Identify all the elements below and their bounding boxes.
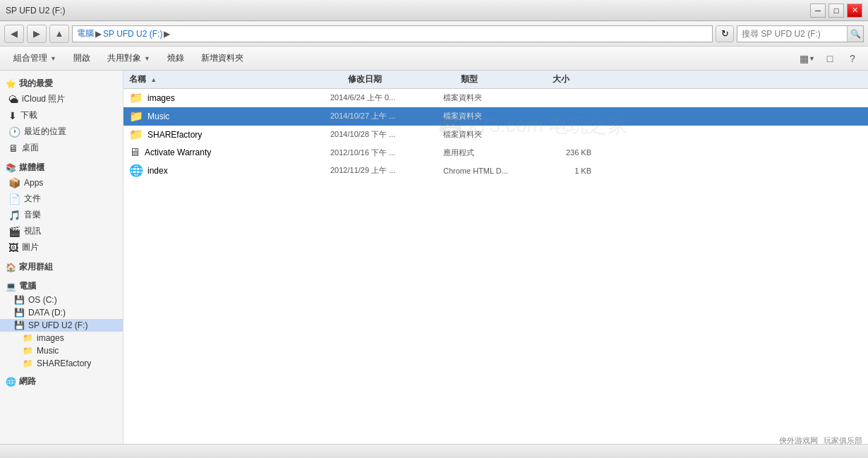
sidebar-item-sharefactory-folder[interactable]: 📁 SHAREfactory <box>0 357 123 370</box>
folder-icon-images: 📁 <box>129 91 143 104</box>
file-size-index: 1 KB <box>535 167 591 175</box>
file-row-sharefactory[interactable]: 📁 SHAREfactory 2014/10/28 下午 ... 檔案資料夾 <box>123 126 868 144</box>
datadrive-icon: 💾 <box>14 308 25 318</box>
sidebar-item-icloud[interactable]: 🌥 iCloud 照片 <box>0 91 123 107</box>
file-size-activate-warranty: 236 KB <box>535 148 591 157</box>
maximize-button[interactable]: □ <box>828 4 844 18</box>
file-row-music[interactable]: 📁 Music 2014/10/27 上午 ... 檔案資料夾 <box>123 107 868 126</box>
up-button[interactable]: ▲ <box>49 25 69 43</box>
column-headers: 名稱 ▲ 修改日期 類型 大小 <box>123 71 868 89</box>
toolbar: 組合管理 ▼ 開啟 共用對象 ▼ 燒錄 新增資料夾 ▦ ▼ □ ? <box>0 47 868 71</box>
layout-button[interactable]: □ <box>820 49 840 68</box>
file-row-images[interactable]: 📁 images 2014/6/24 上午 0... 檔案資料夾 <box>123 89 868 107</box>
search-box[interactable]: 🔍 <box>737 25 864 42</box>
file-type-images: 檔案資料夾 <box>443 92 535 103</box>
file-name-sharefactory: 📁 SHAREfactory <box>129 128 330 141</box>
sidebar-item-ufdrive[interactable]: 💾 SP UFD U2 (F:) <box>0 319 123 332</box>
toolbar-right: ▦ ▼ □ ? <box>797 49 862 68</box>
address-path[interactable]: 電腦 ▶ SP UFD U2 (F:) ▶ <box>72 25 713 42</box>
network-header[interactable]: 🌐 網路 <box>0 373 123 389</box>
sidebar-item-music-folder[interactable]: 📁 Music <box>0 344 123 357</box>
pictures-icon: 🖼 <box>8 242 18 253</box>
music-folder-icon: 📁 <box>23 346 33 356</box>
sidebar-item-video[interactable]: 🎬 視訊 <box>0 223 123 239</box>
file-type-sharefactory: 檔案資料夾 <box>443 129 535 140</box>
sidebar-item-recent[interactable]: 🕐 最近的位置 <box>0 123 123 140</box>
file-type-music: 檔案資料夾 <box>443 111 535 121</box>
forward-button[interactable]: ▶ <box>27 25 47 43</box>
sidebar-item-desktop[interactable]: 🖥 桌面 <box>0 140 123 156</box>
folder-icon-music: 📁 <box>129 109 143 123</box>
osdrive-icon: 💾 <box>14 295 25 305</box>
search-input[interactable] <box>737 26 847 42</box>
network-section: 🌐 網路 <box>0 373 123 389</box>
sidebar-item-osdrive[interactable]: 💾 OS (C:) <box>0 294 123 306</box>
file-name-images: 📁 images <box>129 91 330 104</box>
file-row-activate-warranty[interactable]: 🖥 Activate Warranty 2012/10/16 下午 ... 應用… <box>123 144 868 162</box>
video-icon: 🎬 <box>8 226 20 237</box>
content-wrapper: 名稱 ▲ 修改日期 類型 大小 📁 images 201 <box>123 71 868 180</box>
close-button[interactable]: ✕ <box>847 4 862 18</box>
share-chevron: ▼ <box>144 55 150 62</box>
homegroup-section: 🏠 家用群組 <box>0 258 123 275</box>
view-chevron: ▼ <box>809 55 815 62</box>
sidebar-item-music[interactable]: 🎵 音樂 <box>0 207 123 223</box>
media-header[interactable]: 📚 媒體櫃 <box>0 159 123 175</box>
address-bar: ◀ ▶ ▲ 電腦 ▶ SP UFD U2 (F:) ▶ ↻ 🔍 <box>0 21 868 47</box>
favorites-header[interactable]: ⭐ 我的最愛 <box>0 75 123 91</box>
refresh-button[interactable]: ↻ <box>716 25 734 42</box>
search-icon[interactable]: 🔍 <box>847 26 863 42</box>
sidebar-item-pictures[interactable]: 🖼 圖片 <box>0 239 123 255</box>
bottom-watermark: 俠外游戏网 玩家俱乐部 <box>713 423 868 458</box>
star-icon: ⭐ <box>6 79 16 89</box>
col-header-name[interactable]: 名稱 ▲ <box>129 73 348 85</box>
title-bar: SP UFD U2 (F:) ─ □ ✕ <box>0 0 868 21</box>
sidebar-item-documents[interactable]: 📄 文件 <box>0 191 123 207</box>
view-options-button[interactable]: ▦ ▼ <box>797 49 817 68</box>
burn-button[interactable]: 燒錄 <box>159 49 192 68</box>
computer-section: 💻 電腦 💾 OS (C:) 💾 DATA (D:) 💾 SP UFD U2 (… <box>0 277 123 370</box>
path-drive[interactable]: SP UFD U2 (F:) <box>103 29 162 39</box>
back-button[interactable]: ◀ <box>4 25 24 43</box>
organize-button[interactable]: 組合管理 ▼ <box>6 49 64 68</box>
path-root[interactable]: 電腦 <box>77 28 94 40</box>
content-area: 名稱 ▲ 修改日期 類型 大小 📁 images 201 <box>123 71 868 444</box>
watermark-left-text: 俠外游戏网 <box>779 435 818 446</box>
file-date-music: 2014/10/27 上午 ... <box>330 111 443 121</box>
sidebar-item-apps[interactable]: 📦 Apps <box>0 175 123 191</box>
apps-icon: 📦 <box>8 177 20 188</box>
homegroup-header[interactable]: 🏠 家用群組 <box>0 258 123 275</box>
ufdrive-icon: 💾 <box>14 320 25 330</box>
path-sep1: ▶ <box>95 29 102 39</box>
sharefactory-folder-icon: 📁 <box>23 358 33 368</box>
documents-icon: 📄 <box>8 193 20 205</box>
sidebar-item-datadrive[interactable]: 💾 DATA (D:) <box>0 306 123 319</box>
sidebar-item-downloads[interactable]: ⬇ 下載 <box>0 107 123 123</box>
recent-icon: 🕐 <box>8 126 20 138</box>
computer-header[interactable]: 💻 電腦 <box>0 277 123 294</box>
music-icon: 🎵 <box>8 210 20 221</box>
file-name-music: 📁 Music <box>129 109 330 123</box>
watermark-right-text: 玩家俱乐部 <box>824 435 862 446</box>
col-header-type[interactable]: 類型 <box>461 73 553 85</box>
col-header-size[interactable]: 大小 <box>553 73 609 85</box>
open-button[interactable]: 開啟 <box>66 49 98 68</box>
file-type-activate-warranty: 應用程式 <box>443 147 535 158</box>
new-folder-button[interactable]: 新增資料夾 <box>193 49 251 68</box>
homegroup-icon: 🏠 <box>6 263 16 272</box>
media-icon: 📚 <box>6 163 16 173</box>
network-icon: 🌐 <box>6 377 16 387</box>
col-header-date[interactable]: 修改日期 <box>348 73 461 85</box>
organize-chevron: ▼ <box>50 55 56 62</box>
sidebar-item-images-folder[interactable]: 📁 images <box>0 332 123 344</box>
icloud-icon: 🌥 <box>8 94 18 105</box>
share-button[interactable]: 共用對象 ▼ <box>100 49 158 68</box>
file-row-index[interactable]: 🌐 index 2012/11/29 上午 ... Chrome HTML D.… <box>123 162 868 180</box>
path-sep2: ▶ <box>164 29 170 39</box>
file-date-index: 2012/11/29 上午 ... <box>330 165 443 176</box>
images-folder-icon: 📁 <box>23 333 33 343</box>
help-button[interactable]: ? <box>843 49 862 68</box>
file-name-index: 🌐 index <box>129 164 330 177</box>
minimize-button[interactable]: ─ <box>810 4 826 18</box>
computer-icon: 💻 <box>6 282 16 291</box>
